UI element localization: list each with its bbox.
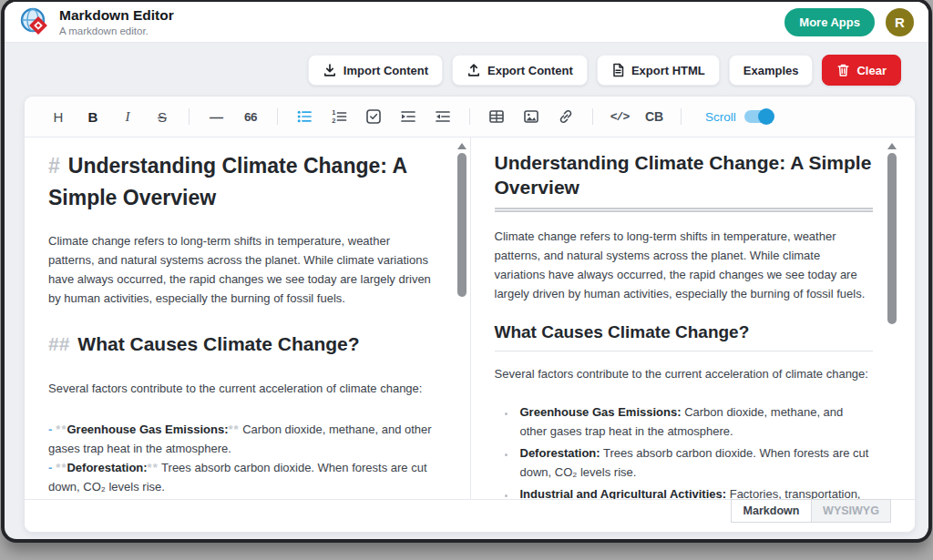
bold-button[interactable]: B [79, 103, 107, 130]
md-paragraph: Several factors contribute to the curren… [48, 379, 434, 398]
h2-marker: ## [48, 333, 69, 354]
import-content-label: Import Content [343, 64, 428, 77]
tab-markdown[interactable]: Markdown [731, 499, 811, 523]
md-list-item: -**Deforestation:** Trees absorb carbon … [48, 458, 434, 496]
upload-icon [466, 63, 481, 77]
md-heading2: ##What Causes Climate Change? [48, 330, 434, 359]
italic-button[interactable]: I [114, 103, 141, 130]
preview-heading1: Understanding Climate Change: A Simple O… [495, 150, 874, 212]
markdown-pane-scrollbar[interactable] [457, 143, 467, 297]
horizontal-rule-button[interactable]: — [202, 103, 230, 130]
link-button[interactable] [552, 103, 579, 130]
task-list-button[interactable] [360, 103, 387, 130]
scroll-sync-control[interactable]: Scroll [705, 110, 774, 124]
export-html-button[interactable]: Export HTML [597, 55, 720, 86]
blockquote-button[interactable]: 66 [237, 103, 264, 130]
scroll-up-arrow-icon[interactable] [887, 143, 897, 149]
toolbar-divider [469, 108, 470, 125]
scroll-up-arrow-icon[interactable] [457, 143, 466, 149]
page-title: Markdown Editor [59, 7, 784, 25]
md-list: -**Greenhouse Gas Emissions:** Carbon di… [48, 420, 434, 499]
toggle-knob [758, 108, 774, 125]
outdent-icon [435, 108, 451, 125]
table-button[interactable] [483, 103, 510, 130]
bullet-list-icon [296, 108, 313, 125]
app-header: Markdown Editor A markdown editor. More … [5, 2, 928, 43]
ordered-list-button[interactable]: 1 2 [325, 103, 353, 130]
svg-text:2: 2 [332, 117, 335, 125]
actions-row: Import Content Export Content Export HTM… [5, 43, 928, 86]
heading-button[interactable]: H [45, 103, 72, 130]
download-icon [323, 63, 337, 77]
app-window: Markdown Editor A markdown editor. More … [5, 2, 928, 539]
more-apps-button[interactable]: More Apps [784, 8, 875, 36]
preview-paragraph: Several factors contribute to the curren… [495, 364, 874, 383]
preview-pane[interactable]: Understanding Climate Change: A Simple O… [470, 137, 916, 499]
ordered-list-icon: 1 2 [331, 108, 347, 125]
examples-button[interactable]: Examples [729, 55, 814, 86]
preview-list: Greenhouse Gas Emissions: Carbon dioxide… [517, 402, 874, 499]
editor-panes: #Understanding Climate Change: A Simple … [25, 137, 915, 499]
scroll-sync-toggle[interactable] [744, 110, 774, 123]
scrollbar-thumb[interactable] [457, 153, 466, 297]
preview-list-item: Deforestation: Trees absorb carbon dioxi… [517, 443, 874, 482]
tab-wysiwyg[interactable]: WYSIWYG [811, 499, 891, 523]
md-heading1: #Understanding Climate Change: A Simple … [48, 150, 434, 213]
markdown-source-pane[interactable]: #Understanding Climate Change: A Simple … [25, 137, 470, 499]
export-content-label: Export Content [487, 64, 573, 77]
inline-code-button[interactable]: </> [606, 103, 633, 130]
strikethrough-button[interactable]: S [149, 103, 176, 130]
preview-heading2: What Causes Climate Change? [495, 321, 874, 352]
trash-icon [836, 63, 850, 77]
examples-label: Examples [743, 64, 799, 77]
toolbar-divider [681, 108, 682, 125]
image-button[interactable] [518, 103, 545, 130]
mode-tabs: Markdown WYSIWYG [731, 499, 891, 523]
bullet-list-button[interactable] [291, 103, 318, 130]
app-logo-icon [19, 6, 50, 37]
preview-list-item: Greenhouse Gas Emissions: Carbon dioxide… [517, 402, 874, 441]
outdent-button[interactable] [429, 103, 456, 130]
table-icon [488, 108, 505, 125]
export-html-label: Export HTML [631, 64, 705, 77]
user-avatar[interactable]: R [886, 8, 914, 36]
indent-button[interactable] [395, 103, 422, 130]
code-block-button[interactable]: CB [641, 103, 668, 130]
scroll-sync-label: Scroll [705, 110, 736, 124]
clear-label: Clear [856, 64, 887, 77]
preview-paragraph: Climate change refers to long-term shift… [495, 227, 874, 303]
md-list-item: -**Greenhouse Gas Emissions:** Carbon di… [48, 420, 434, 458]
indent-icon [400, 108, 416, 125]
toolbar-divider [592, 108, 593, 125]
task-list-icon [365, 108, 382, 125]
editor-card: H B I S — 66 1 2 [24, 96, 916, 533]
md-paragraph: Climate change refers to long-term shift… [48, 231, 434, 308]
page-subtitle: A markdown editor. [59, 25, 784, 36]
import-content-button[interactable]: Import Content [308, 55, 443, 86]
toolbar-divider [189, 108, 190, 125]
editor-footer: Markdown WYSIWYG [25, 499, 915, 532]
image-icon [523, 108, 539, 125]
preview-list-item: Industrial and Agricultural Activities: … [517, 484, 874, 499]
preview-pane-scrollbar[interactable] [887, 143, 897, 324]
scrollbar-thumb[interactable] [887, 153, 897, 324]
link-icon [558, 108, 574, 125]
document-icon [611, 63, 625, 77]
formatting-toolbar: H B I S — 66 1 2 [25, 97, 915, 137]
export-content-button[interactable]: Export Content [452, 55, 588, 86]
clear-button[interactable]: Clear [822, 55, 901, 86]
h1-marker: # [48, 154, 60, 178]
toolbar-divider [277, 108, 278, 125]
